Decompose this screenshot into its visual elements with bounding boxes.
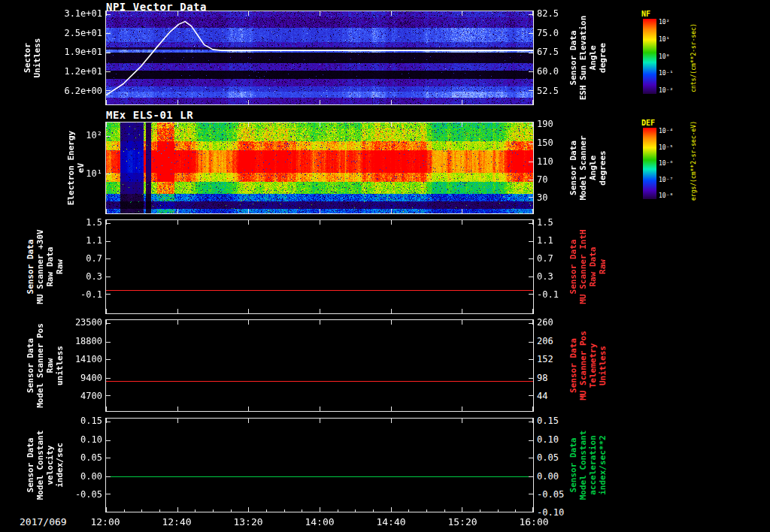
right-axis-label: Model Constant <box>578 418 588 512</box>
x-axis-minor-tick <box>355 509 356 512</box>
x-axis-tick <box>532 11 533 16</box>
right-axis-label: degrees <box>598 122 608 214</box>
x-axis-tick <box>462 100 462 104</box>
x-axis-tick <box>177 309 178 313</box>
x-axis-tick <box>248 209 249 213</box>
x-axis-tick <box>106 11 107 16</box>
spectrogram-canvas-1 <box>106 11 533 104</box>
right-axis-label: Telemetry <box>588 319 598 412</box>
x-axis-tick <box>532 220 533 225</box>
x-axis-tick <box>177 220 178 225</box>
y-tick-label-right: 0.15 <box>537 416 559 426</box>
y-tick-label-right: -0.1 <box>537 289 559 300</box>
colorbar-tick-label: 10⁻¹ <box>659 70 673 77</box>
x-axis-minor-tick <box>213 509 214 512</box>
right-axis-label: Angle <box>588 11 598 105</box>
y-tick-label-left: 0.00 <box>60 471 102 482</box>
colorbar-tick-label: 10⁻⁵ <box>659 144 673 151</box>
y-tick-label-left: 18800 <box>60 336 102 346</box>
x-axis-tick <box>532 407 533 411</box>
y-axis-tick-right <box>529 71 533 72</box>
x-tick-label: 14:40 <box>370 516 412 527</box>
y-tick-label-left: 1.9e+01 <box>60 47 102 57</box>
x-axis-tick <box>248 507 249 512</box>
colorbar-tick-label: 10² <box>659 19 669 26</box>
plot-panel-3 <box>105 219 534 314</box>
colorbar-tick-label: 10⁻² <box>659 87 673 94</box>
y-axis-tick-right <box>529 162 533 162</box>
tplot-window: NPI Vector Data MEx ELS-01 LR NF DEF 10²… <box>0 0 770 532</box>
y-tick-label-right: 0.3 <box>537 271 553 282</box>
x-axis-tick <box>248 309 249 313</box>
right-axis-label: Model Scanner <box>578 122 588 214</box>
right-axis-label: Sensor Data <box>568 122 578 214</box>
data-line-4 <box>106 381 533 382</box>
colorbar-tick-label: 10⁻⁴ <box>659 128 673 135</box>
colorbar-nf <box>643 19 656 94</box>
y-axis-tick-right <box>529 512 533 512</box>
right-axis-label: index/sec**2 <box>598 418 608 512</box>
y-tick-label-left: 1.5 <box>60 217 102 228</box>
colorbar-def <box>643 128 656 199</box>
y-tick-label-right: 260 <box>537 317 553 328</box>
y-tick-label-right: 206 <box>537 336 553 346</box>
y-tick-label-left: 4700 <box>60 391 102 401</box>
y-tick-label-right: 82.5 <box>537 8 559 19</box>
x-axis-tick <box>462 220 462 225</box>
y-axis-label: Sensor Data <box>26 418 35 512</box>
y-tick-label-right: -0.05 <box>537 489 564 500</box>
y-axis-tick-left <box>106 71 111 72</box>
right-axis-label: Sensor Data <box>568 11 578 105</box>
x-axis-tick <box>320 220 320 225</box>
plot-panel-2 <box>105 122 534 214</box>
y-axis-tick-left <box>106 323 111 324</box>
plot-panel-5 <box>105 418 534 512</box>
x-axis-tick <box>391 320 392 325</box>
y-tick-label-left: 1.2e+01 <box>60 66 102 77</box>
right-axis-label: MU Scanner Pos <box>578 319 588 412</box>
y-axis-tick-right <box>529 180 533 180</box>
y-axis-label: Raw <box>45 319 55 412</box>
data-line-3 <box>106 290 533 291</box>
x-tick-label: 12:40 <box>156 516 198 527</box>
plot-panel-1 <box>105 11 534 105</box>
y-tick-label-left: 23500 <box>60 317 102 328</box>
y-axis-tick-right <box>529 33 533 34</box>
x-axis-tick <box>248 122 249 127</box>
y-axis-tick-left <box>106 476 111 477</box>
y-axis-tick-right <box>529 258 533 259</box>
right-axis-label: acceleration <box>588 418 598 512</box>
y-tick-label-left: 0.7 <box>60 253 102 264</box>
y-axis-tick-right <box>529 125 533 125</box>
y-axis-label: index/sec <box>55 418 65 512</box>
right-axis-label: MU Scanner IntH <box>578 219 588 314</box>
colorbar-ticks-nf: 10²10¹10⁰10⁻¹10⁻² <box>659 19 686 94</box>
x-axis-tick <box>106 220 107 225</box>
x-axis-minor-tick <box>159 509 160 512</box>
y-tick-label-left: 1.1 <box>60 235 102 246</box>
x-axis-tick <box>106 309 107 313</box>
y-axis-tick-right <box>529 440 533 441</box>
x-axis-tick <box>320 407 320 411</box>
y-tick-label-left: -0.1 <box>60 289 102 300</box>
x-axis-minor-tick <box>284 509 285 512</box>
y-axis-tick-left <box>106 422 111 422</box>
y-tick-label-right: 0.10 <box>537 434 559 445</box>
x-axis-tick <box>106 320 107 325</box>
x-axis-minor-tick <box>231 509 232 512</box>
colorbar-ticks-def: 10⁻⁴10⁻⁵10⁻⁶10⁻⁷10⁻⁸ <box>659 128 686 199</box>
y-axis-tick-right <box>529 342 533 343</box>
x-axis-tick <box>391 11 392 16</box>
x-axis-tick <box>532 100 533 104</box>
y-axis-tick-left <box>106 223 111 224</box>
x-axis-tick <box>462 507 462 512</box>
colorbar-title-nf: NF <box>641 10 650 18</box>
right-axis-label: Angle <box>588 122 598 214</box>
y-axis-tick-right <box>529 395 533 396</box>
colorbar-tick-label: 10⁰ <box>659 53 669 60</box>
x-axis-tick <box>391 100 392 104</box>
x-axis-minor-tick <box>426 509 427 512</box>
x-axis-tick <box>248 419 249 423</box>
colorbar-tick-label: 10⁻⁸ <box>659 192 673 199</box>
y-axis-tick-right <box>529 476 533 477</box>
